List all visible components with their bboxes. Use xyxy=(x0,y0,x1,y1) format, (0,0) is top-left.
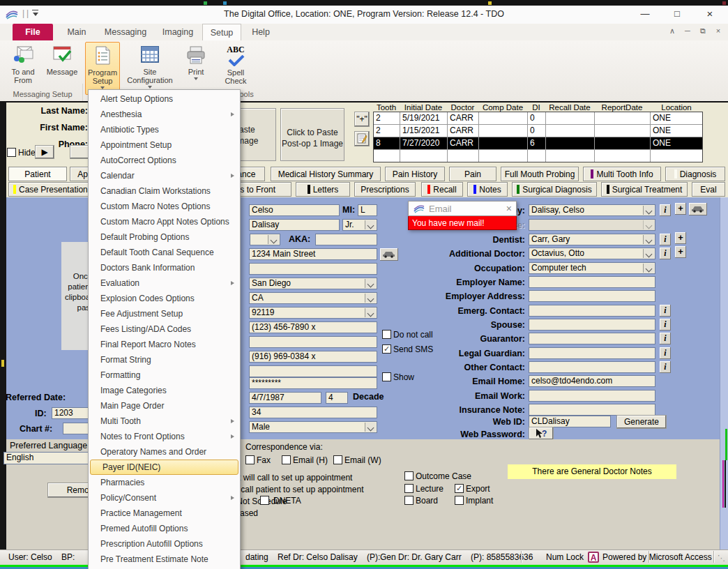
phone2-field[interactable] xyxy=(249,336,377,348)
tab-multi-tooth-info[interactable]: Multi Tooth Info xyxy=(583,167,661,181)
ssn-field[interactable]: ********* xyxy=(249,377,377,389)
message-button[interactable]: Message xyxy=(43,42,81,95)
info-button[interactable]: i xyxy=(660,361,671,373)
email-notification-popup[interactable]: Email × You have new mail! xyxy=(408,201,517,230)
add-referrer-button[interactable]: + xyxy=(675,203,686,215)
info-button[interactable]: i xyxy=(660,204,671,216)
tab-recall[interactable]: Recall xyxy=(421,182,463,197)
resize-grip[interactable]: ⋱ xyxy=(718,554,725,563)
spouse-field[interactable] xyxy=(529,319,655,331)
fax-checkbox[interactable] xyxy=(245,455,255,464)
generate-button[interactable]: Generate xyxy=(616,415,667,429)
chevron-down-icon[interactable] xyxy=(643,235,654,244)
menu-item-canadian-claim-workstations[interactable]: Canadian Claim Workstations xyxy=(89,183,240,199)
collapse-ribbon-icon[interactable]: ∧ xyxy=(666,26,678,36)
tab-patient[interactable]: Patient xyxy=(8,167,67,181)
tab-main[interactable]: Main xyxy=(60,24,93,40)
menu-item-fee-adjustment-setup[interactable]: Fee Adjustment Setup xyxy=(89,306,240,321)
info-button[interactable]: i xyxy=(660,234,671,245)
menu-item-main-page-order[interactable]: Main Page Order xyxy=(89,398,240,414)
menu-item-default-tooth-canal-sequence[interactable]: Default Tooth Canal Sequence xyxy=(89,245,240,260)
info-button[interactable]: i xyxy=(660,305,671,317)
menu-item-evaluation[interactable]: Evaluation xyxy=(89,275,240,291)
menu-item-notes-to-front-options[interactable]: Notes to Front Options xyxy=(89,429,240,444)
add-doctor-button[interactable]: + xyxy=(675,246,686,258)
additional-doctor-combo[interactable]: Octavius, Otto xyxy=(529,248,655,259)
outcome-case-checkbox[interactable] xyxy=(404,471,414,480)
menu-item-calendar[interactable]: Calendar xyxy=(89,168,240,183)
info-button[interactable]: i xyxy=(660,347,671,359)
chevron-down-icon[interactable] xyxy=(365,423,376,432)
emerg-contact-field[interactable] xyxy=(529,305,655,317)
doctor-notes-banner[interactable]: There are General Doctor Notes xyxy=(508,464,676,479)
info-button[interactable]: i xyxy=(660,319,671,331)
chevron-down-icon[interactable] xyxy=(643,206,654,215)
add-dentist-button[interactable]: + xyxy=(675,232,686,244)
menu-item-multi-tooth[interactable]: Multi Tooth xyxy=(89,414,240,429)
menu-item-alert-setup-options[interactable]: Alert Setup Options xyxy=(89,91,240,107)
tab-prescriptions[interactable]: Prescriptions xyxy=(354,182,416,197)
guarantor-field[interactable] xyxy=(529,333,655,344)
referrer-map-button[interactable] xyxy=(689,203,707,215)
birth-date-field[interactable]: 4/7/1987 xyxy=(249,392,321,404)
info-button[interactable]: i xyxy=(660,333,671,344)
dneta-checkbox[interactable] xyxy=(260,496,269,505)
menu-item-operatory-names-and-order[interactable]: Operatory Names and Order xyxy=(89,444,240,460)
tab-help[interactable]: Help xyxy=(245,24,276,40)
menu-item-default-probing-options[interactable]: Default Probing Options xyxy=(89,229,240,245)
tab-setup[interactable]: Setup xyxy=(202,24,241,40)
menu-item-format-string[interactable]: Format String xyxy=(89,352,240,367)
tab-messaging[interactable]: Messaging xyxy=(99,24,152,40)
hide-checkbox[interactable] xyxy=(7,148,16,157)
close-icon[interactable]: × xyxy=(506,203,512,214)
phone3-field[interactable]: (916) 969-0384 x xyxy=(249,351,377,363)
tab-full-mouth-probing[interactable]: Full Mouth Probing xyxy=(501,167,579,181)
menu-item-pre-treatment-estimate-note[interactable]: Pre Treatment Estimate Note xyxy=(89,552,240,567)
paste-postop-button[interactable]: Click to Paste Post-op 1 Image xyxy=(280,108,344,161)
tab-diagnosis[interactable]: Diagnosis xyxy=(665,167,725,181)
email-h-checkbox[interactable] xyxy=(282,455,291,464)
email-w-checkbox[interactable] xyxy=(333,455,342,464)
menu-item-custom-macro-notes-options[interactable]: Custom Macro Notes Options xyxy=(89,199,240,214)
program-setup-button[interactable]: Program Setup xyxy=(85,42,120,95)
menu-item-antibiotic-types[interactable]: Antibiotic Types xyxy=(89,122,240,137)
menu-item-custom-macro-appt-notes-options[interactable]: Custom Macro Appt Notes Options xyxy=(89,214,240,229)
chevron-down-icon[interactable] xyxy=(365,279,376,288)
menu-item-premed-autofill-options[interactable]: Premed Autofill Options xyxy=(89,521,240,536)
expand-arrow-button[interactable]: ▶ xyxy=(35,145,54,159)
web-password-button[interactable]: ? xyxy=(529,427,554,440)
first-name-value-field[interactable]: Celso xyxy=(249,204,340,216)
spell-check-button[interactable]: ABC Spell Check xyxy=(218,42,254,95)
menu-item-appointment-setup[interactable]: Appointment Setup xyxy=(89,137,240,153)
menu-item-payer-id-neic[interactable]: Payer ID(NEIC) xyxy=(90,460,238,475)
menu-item-pharmacies[interactable]: Pharmacies xyxy=(89,475,240,490)
add-tooth-button[interactable]: "+" xyxy=(354,112,370,127)
menu-item-formatting[interactable]: Formatting xyxy=(89,367,240,383)
table-row[interactable]: 21/15/2021CARR0ONE xyxy=(374,125,702,137)
prefix-combo[interactable] xyxy=(250,234,280,245)
mi-field[interactable]: L xyxy=(358,204,377,216)
tab-medical-history-summary[interactable]: Medical History Summary xyxy=(271,167,381,181)
implant-checkbox[interactable] xyxy=(455,496,464,505)
phone4-field[interactable] xyxy=(249,365,377,377)
decade-field[interactable]: 4 xyxy=(326,392,348,404)
edit-note-button[interactable] xyxy=(354,131,370,146)
site-configuration-button[interactable]: Site Configuration xyxy=(123,42,177,95)
chevron-down-icon[interactable] xyxy=(365,294,376,303)
maximize-button[interactable]: □ xyxy=(665,7,689,21)
menu-item-prescription-autofill-options[interactable]: Prescription Autofill Options xyxy=(89,536,240,552)
tab-surgical-diagnosis[interactable]: Surgical Diagnosis xyxy=(512,182,597,197)
chevron-down-icon[interactable] xyxy=(268,235,279,244)
suffix-combo[interactable]: Jr. xyxy=(342,219,377,231)
gender-combo[interactable]: Male xyxy=(249,421,377,433)
table-row-empty[interactable] xyxy=(374,150,702,162)
employer-name-field[interactable] xyxy=(529,276,655,288)
menu-item-fees-listing-ada-codes[interactable]: Fees Listing/ADA Codes xyxy=(89,321,240,337)
state-combo[interactable]: CA xyxy=(249,292,377,304)
tab-pain[interactable]: Pain xyxy=(449,167,496,181)
web-id-field[interactable]: CLDalisay xyxy=(529,416,611,427)
menu-item-practice-management[interactable]: Practice Management xyxy=(89,506,240,521)
chevron-down-icon[interactable] xyxy=(365,220,376,229)
dentist-combo[interactable]: Carr, Gary xyxy=(529,234,655,245)
phone1-field[interactable]: (123) 456-7890 x xyxy=(249,321,377,333)
